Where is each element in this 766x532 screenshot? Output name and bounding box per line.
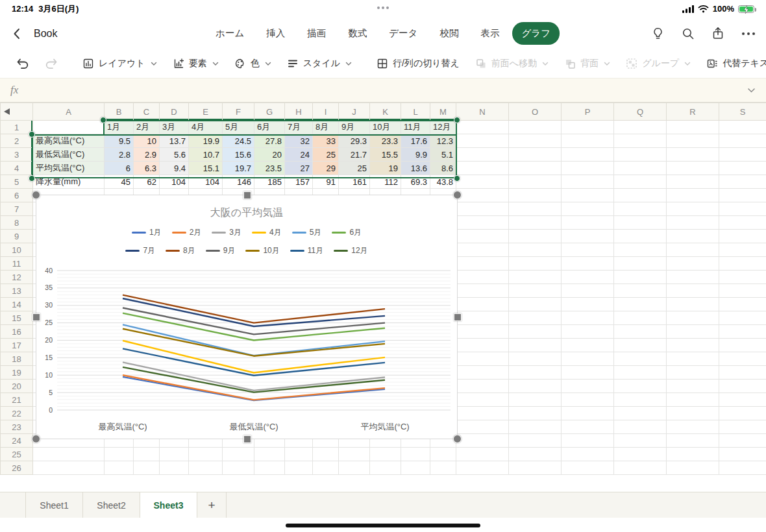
- cell-N18[interactable]: [456, 352, 509, 366]
- col-header-S[interactable]: S: [719, 103, 766, 121]
- selection-handle[interactable]: [29, 131, 35, 138]
- col-header-J[interactable]: J: [339, 103, 370, 121]
- search-icon[interactable]: [682, 27, 695, 40]
- cell-K1[interactable]: 10月: [370, 121, 401, 134]
- chart-resize-handle[interactable]: [32, 435, 40, 443]
- cell-O25[interactable]: [509, 448, 562, 461]
- cell-O5[interactable]: [509, 175, 562, 189]
- cell-Q12[interactable]: [614, 271, 667, 284]
- style-button[interactable]: スタイル: [281, 54, 358, 73]
- cell-S26[interactable]: [719, 461, 766, 475]
- cell-G25[interactable]: [254, 448, 285, 461]
- cell-S10[interactable]: [719, 243, 766, 257]
- tab-描画[interactable]: 描画: [298, 22, 335, 45]
- cell-Q20[interactable]: [614, 380, 667, 393]
- cell-Q8[interactable]: [614, 216, 667, 230]
- cell-C1[interactable]: 2月: [134, 121, 160, 134]
- cell-P1[interactable]: [562, 121, 614, 134]
- cell-Q17[interactable]: [614, 339, 667, 352]
- cell-D3[interactable]: 5.6: [160, 148, 189, 162]
- row-header-13[interactable]: 13: [1, 284, 33, 298]
- back-button[interactable]: [10, 27, 25, 41]
- selection-handle[interactable]: [29, 175, 35, 182]
- cell-Q11[interactable]: [614, 257, 667, 271]
- cell-O14[interactable]: [509, 298, 562, 311]
- cell-P6[interactable]: [562, 189, 614, 202]
- cell-A2[interactable]: 最高気温(°C): [33, 134, 105, 148]
- cell-R9[interactable]: [667, 230, 719, 243]
- cell-R11[interactable]: [667, 257, 719, 271]
- row-header-26[interactable]: 26: [1, 461, 33, 475]
- cell-E25[interactable]: [189, 448, 223, 461]
- row-header-11[interactable]: 11: [1, 257, 33, 271]
- row-header-15[interactable]: 15: [1, 311, 33, 325]
- col-header-C[interactable]: C: [134, 103, 160, 121]
- legend-item-6月[interactable]: 6月: [332, 227, 362, 238]
- tab-表示[interactable]: 表示: [471, 22, 508, 45]
- cell-S7[interactable]: [719, 202, 766, 216]
- cell-S9[interactable]: [719, 230, 766, 243]
- row-header-3[interactable]: 3: [1, 148, 33, 162]
- row-header-20[interactable]: 20: [1, 380, 33, 393]
- cell-Q24[interactable]: [614, 434, 667, 448]
- cell-C3[interactable]: 2.9: [134, 148, 160, 162]
- cell-Q9[interactable]: [614, 230, 667, 243]
- cell-R1[interactable]: [667, 121, 719, 134]
- cell-R10[interactable]: [667, 243, 719, 257]
- legend-item-11月[interactable]: 11月: [290, 245, 323, 256]
- cell-P5[interactable]: [562, 175, 614, 189]
- cell-S19[interactable]: [719, 366, 766, 380]
- cell-S20[interactable]: [719, 380, 766, 393]
- cell-R5[interactable]: [667, 175, 719, 189]
- alt-text-button[interactable]: 代替テキスト: [700, 54, 766, 73]
- cell-O26[interactable]: [509, 461, 562, 475]
- legend-item-2月[interactable]: 2月: [172, 227, 202, 238]
- cell-Q10[interactable]: [614, 243, 667, 257]
- col-header-G[interactable]: G: [254, 103, 285, 121]
- chart-resize-handle[interactable]: [32, 191, 40, 199]
- cell-D1[interactable]: 3月: [160, 121, 189, 134]
- col-header-E[interactable]: E: [189, 103, 223, 121]
- col-header-R[interactable]: R: [667, 103, 719, 121]
- cell-J26[interactable]: [339, 461, 370, 475]
- chart-title[interactable]: 大阪の平均気温: [36, 206, 457, 220]
- cell-J2[interactable]: 29.3: [339, 134, 370, 148]
- cell-P7[interactable]: [562, 202, 614, 216]
- share-icon[interactable]: [711, 27, 724, 40]
- col-header-I[interactable]: I: [313, 103, 339, 121]
- cell-C2[interactable]: 10: [134, 134, 160, 148]
- cell-Q1[interactable]: [614, 121, 667, 134]
- chart-plot[interactable]: 0510152025303540: [36, 261, 458, 417]
- row-header-18[interactable]: 18: [1, 352, 33, 366]
- row-header-10[interactable]: 10: [1, 243, 33, 257]
- cell-F25[interactable]: [223, 448, 254, 461]
- cell-R3[interactable]: [667, 148, 719, 162]
- cell-S15[interactable]: [719, 311, 766, 325]
- cell-C25[interactable]: [134, 448, 160, 461]
- col-header-Q[interactable]: Q: [614, 103, 667, 121]
- cell-S22[interactable]: [719, 407, 766, 420]
- cell-D4[interactable]: 9.4: [160, 162, 189, 175]
- cell-I4[interactable]: 29: [313, 162, 339, 175]
- cell-P21[interactable]: [562, 393, 614, 407]
- row-header-19[interactable]: 19: [1, 366, 33, 380]
- cell-N9[interactable]: [456, 230, 509, 243]
- cell-H5[interactable]: 157: [285, 175, 313, 189]
- cell-S24[interactable]: [719, 434, 766, 448]
- cell-N5[interactable]: [456, 175, 509, 189]
- cell-R25[interactable]: [667, 448, 719, 461]
- cell-S23[interactable]: [719, 420, 766, 434]
- cell-O11[interactable]: [509, 257, 562, 271]
- cell-B1[interactable]: 1月: [105, 121, 134, 134]
- cell-P20[interactable]: [562, 380, 614, 393]
- cell-J5[interactable]: 161: [339, 175, 370, 189]
- cell-J25[interactable]: [339, 448, 370, 461]
- cell-O19[interactable]: [509, 366, 562, 380]
- cell-O22[interactable]: [509, 407, 562, 420]
- cell-P13[interactable]: [562, 284, 614, 298]
- cell-B2[interactable]: 9.5: [105, 134, 134, 148]
- cell-S21[interactable]: [719, 393, 766, 407]
- cell-Q2[interactable]: [614, 134, 667, 148]
- cell-E1[interactable]: 4月: [189, 121, 223, 134]
- cell-N20[interactable]: [456, 380, 509, 393]
